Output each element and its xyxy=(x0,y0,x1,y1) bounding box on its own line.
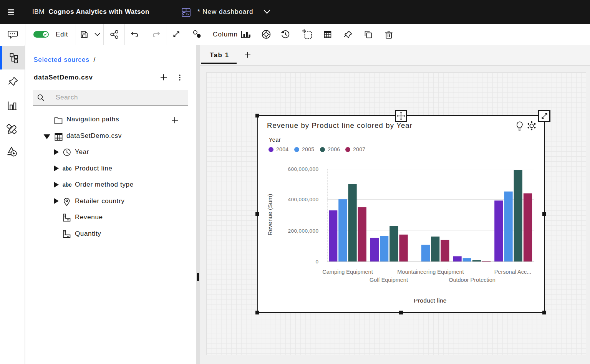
svg-text:abc: abc xyxy=(63,182,72,188)
svg-text:abc: abc xyxy=(63,165,72,172)
